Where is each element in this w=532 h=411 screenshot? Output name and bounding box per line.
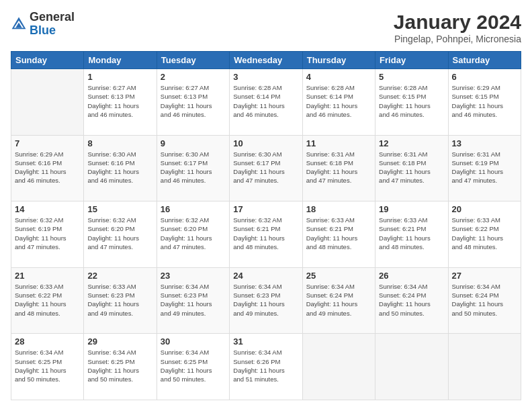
calendar-cell: 7Sunrise: 6:29 AM Sunset: 6:16 PM Daylig… [11, 135, 84, 201]
calendar-header-wednesday: Wednesday [230, 52, 302, 69]
calendar-header-saturday: Saturday [448, 52, 521, 69]
day-number: 1 [87, 72, 152, 82]
day-info: Sunrise: 6:33 AM Sunset: 6:22 PM Dayligh… [15, 282, 80, 318]
day-number: 17 [233, 204, 298, 214]
calendar-cell: 9Sunrise: 6:30 AM Sunset: 6:17 PM Daylig… [157, 135, 229, 201]
calendar-cell: 12Sunrise: 6:31 AM Sunset: 6:18 PM Dayli… [375, 135, 448, 201]
day-info: Sunrise: 6:31 AM Sunset: 6:19 PM Dayligh… [452, 150, 517, 185]
calendar-cell: 22Sunrise: 6:33 AM Sunset: 6:23 PM Dayli… [84, 267, 157, 334]
day-number: 27 [452, 271, 517, 281]
calendar-table: SundayMondayTuesdayWednesdayThursdayFrid… [11, 51, 521, 400]
day-info: Sunrise: 6:34 AM Sunset: 6:24 PM Dayligh… [379, 282, 444, 318]
day-number: 21 [15, 271, 80, 281]
calendar-week-3: 14Sunrise: 6:32 AM Sunset: 6:19 PM Dayli… [11, 201, 521, 268]
title-section: January 2024 Pingelap, Pohnpei, Micrones… [394, 11, 521, 44]
calendar-week-2: 7Sunrise: 6:29 AM Sunset: 6:16 PM Daylig… [11, 135, 521, 201]
calendar-cell: 2Sunrise: 6:27 AM Sunset: 6:13 PM Daylig… [157, 69, 229, 136]
calendar-cell: 3Sunrise: 6:28 AM Sunset: 6:14 PM Daylig… [230, 69, 302, 136]
calendar-cell: 15Sunrise: 6:32 AM Sunset: 6:20 PM Dayli… [84, 201, 157, 268]
calendar-cell: 16Sunrise: 6:32 AM Sunset: 6:20 PM Dayli… [157, 201, 229, 268]
calendar-cell: 6Sunrise: 6:29 AM Sunset: 6:15 PM Daylig… [448, 69, 521, 136]
day-info: Sunrise: 6:30 AM Sunset: 6:17 PM Dayligh… [233, 150, 298, 185]
day-info: Sunrise: 6:34 AM Sunset: 6:25 PM Dayligh… [161, 348, 226, 383]
calendar-cell: 13Sunrise: 6:31 AM Sunset: 6:19 PM Dayli… [448, 135, 521, 201]
day-info: Sunrise: 6:34 AM Sunset: 6:25 PM Dayligh… [87, 348, 152, 383]
calendar-week-4: 21Sunrise: 6:33 AM Sunset: 6:22 PM Dayli… [11, 267, 521, 334]
logo-blue-text: Blue [30, 24, 56, 37]
day-info: Sunrise: 6:33 AM Sunset: 6:21 PM Dayligh… [379, 216, 444, 251]
day-info: Sunrise: 6:29 AM Sunset: 6:16 PM Dayligh… [15, 150, 80, 185]
calendar-cell: 19Sunrise: 6:33 AM Sunset: 6:21 PM Dayli… [375, 201, 448, 268]
calendar-cell: 28Sunrise: 6:34 AM Sunset: 6:25 PM Dayli… [11, 334, 84, 400]
calendar-cell: 24Sunrise: 6:34 AM Sunset: 6:23 PM Dayli… [230, 267, 302, 334]
day-number: 2 [161, 72, 226, 82]
day-info: Sunrise: 6:33 AM Sunset: 6:22 PM Dayligh… [452, 216, 517, 251]
calendar-header-sunday: Sunday [11, 52, 84, 69]
logo-general-text: General [30, 10, 75, 24]
day-number: 25 [306, 271, 371, 281]
day-info: Sunrise: 6:32 AM Sunset: 6:20 PM Dayligh… [87, 216, 152, 251]
calendar-cell: 4Sunrise: 6:28 AM Sunset: 6:14 PM Daylig… [302, 69, 375, 136]
calendar-header-friday: Friday [375, 52, 448, 69]
calendar-cell: 23Sunrise: 6:34 AM Sunset: 6:23 PM Dayli… [157, 267, 229, 334]
day-info: Sunrise: 6:32 AM Sunset: 6:19 PM Dayligh… [15, 216, 80, 251]
day-info: Sunrise: 6:34 AM Sunset: 6:24 PM Dayligh… [452, 282, 517, 318]
calendar-header-row: SundayMondayTuesdayWednesdayThursdayFrid… [11, 52, 521, 69]
day-number: 9 [161, 138, 226, 148]
calendar-header-tuesday: Tuesday [157, 52, 229, 69]
day-number: 3 [233, 72, 298, 82]
day-number: 12 [379, 138, 444, 148]
day-number: 20 [452, 204, 517, 214]
header: General Blue January 2024 Pingelap, Pohn… [11, 11, 521, 44]
day-number: 8 [87, 138, 152, 148]
calendar-header-monday: Monday [84, 52, 157, 69]
day-info: Sunrise: 6:28 AM Sunset: 6:15 PM Dayligh… [379, 83, 444, 119]
day-info: Sunrise: 6:34 AM Sunset: 6:23 PM Dayligh… [161, 282, 226, 318]
calendar-week-5: 28Sunrise: 6:34 AM Sunset: 6:25 PM Dayli… [11, 334, 521, 400]
page: General Blue January 2024 Pingelap, Pohn… [0, 0, 532, 411]
calendar-cell: 17Sunrise: 6:32 AM Sunset: 6:21 PM Dayli… [230, 201, 302, 268]
calendar-cell: 30Sunrise: 6:34 AM Sunset: 6:25 PM Dayli… [157, 334, 229, 400]
day-number: 11 [306, 138, 371, 148]
day-number: 10 [233, 138, 298, 148]
day-info: Sunrise: 6:33 AM Sunset: 6:23 PM Dayligh… [87, 282, 152, 318]
calendar-cell: 10Sunrise: 6:30 AM Sunset: 6:17 PM Dayli… [230, 135, 302, 201]
day-info: Sunrise: 6:32 AM Sunset: 6:20 PM Dayligh… [161, 216, 226, 251]
day-number: 31 [233, 336, 298, 347]
day-number: 28 [15, 336, 80, 347]
main-title: January 2024 [394, 11, 521, 34]
day-info: Sunrise: 6:28 AM Sunset: 6:14 PM Dayligh… [233, 83, 298, 119]
day-number: 30 [161, 336, 226, 347]
day-number: 13 [452, 138, 517, 148]
day-number: 5 [379, 72, 444, 82]
calendar-cell: 18Sunrise: 6:33 AM Sunset: 6:21 PM Dayli… [302, 201, 375, 268]
subtitle: Pingelap, Pohnpei, Micronesia [394, 34, 521, 44]
day-number: 19 [379, 204, 444, 214]
calendar-cell: 11Sunrise: 6:31 AM Sunset: 6:18 PM Dayli… [302, 135, 375, 201]
logo-text: General Blue [30, 11, 75, 38]
day-number: 4 [306, 72, 371, 82]
day-info: Sunrise: 6:34 AM Sunset: 6:26 PM Dayligh… [233, 348, 298, 383]
calendar-cell: 31Sunrise: 6:34 AM Sunset: 6:26 PM Dayli… [230, 334, 302, 400]
calendar-cell: 5Sunrise: 6:28 AM Sunset: 6:15 PM Daylig… [375, 69, 448, 136]
day-number: 26 [379, 271, 444, 281]
calendar-cell: 21Sunrise: 6:33 AM Sunset: 6:22 PM Dayli… [11, 267, 84, 334]
calendar-week-1: 1Sunrise: 6:27 AM Sunset: 6:13 PM Daylig… [11, 69, 521, 136]
calendar-cell [448, 334, 521, 400]
day-number: 29 [87, 336, 152, 347]
day-number: 23 [161, 271, 226, 281]
day-info: Sunrise: 6:28 AM Sunset: 6:14 PM Dayligh… [306, 83, 371, 119]
day-number: 15 [87, 204, 152, 214]
day-info: Sunrise: 6:30 AM Sunset: 6:16 PM Dayligh… [87, 150, 152, 185]
calendar-cell [11, 69, 84, 136]
day-number: 22 [87, 271, 152, 281]
day-number: 7 [15, 138, 80, 148]
day-info: Sunrise: 6:30 AM Sunset: 6:17 PM Dayligh… [161, 150, 226, 185]
day-info: Sunrise: 6:34 AM Sunset: 6:25 PM Dayligh… [15, 348, 80, 383]
calendar-cell: 27Sunrise: 6:34 AM Sunset: 6:24 PM Dayli… [448, 267, 521, 334]
day-info: Sunrise: 6:31 AM Sunset: 6:18 PM Dayligh… [379, 150, 444, 185]
day-info: Sunrise: 6:34 AM Sunset: 6:23 PM Dayligh… [233, 282, 298, 318]
day-number: 24 [233, 271, 298, 281]
calendar-cell: 29Sunrise: 6:34 AM Sunset: 6:25 PM Dayli… [84, 334, 157, 400]
calendar-cell: 14Sunrise: 6:32 AM Sunset: 6:19 PM Dayli… [11, 201, 84, 268]
